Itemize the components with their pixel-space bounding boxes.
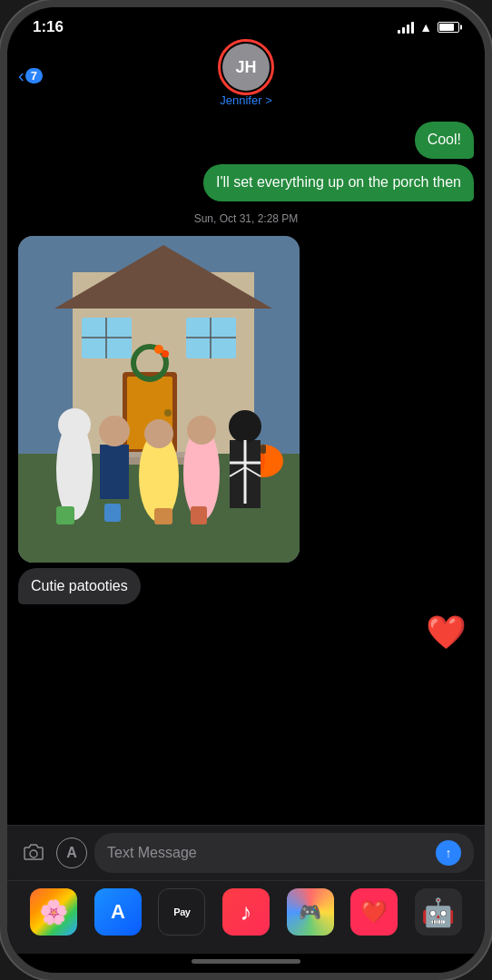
- appstore-icon: A: [111, 900, 125, 924]
- home-indicator: [7, 954, 485, 973]
- apps-icon: A: [66, 845, 77, 861]
- message-timestamp: Sun, Oct 31, 2:28 PM: [18, 212, 474, 225]
- svg-point-15: [162, 350, 169, 358]
- dock-icon-heart[interactable]: ❤️: [350, 888, 398, 936]
- status-icons: ▲: [398, 20, 459, 34]
- text-message-input[interactable]: Text Message: [107, 845, 197, 861]
- halloween-photo: [18, 236, 300, 563]
- message-header: ‹ 7 JH Jennifer >: [7, 40, 485, 114]
- photos-icon: 🌸: [39, 898, 68, 926]
- gamecenter-icon: 🎮: [299, 901, 321, 923]
- svg-rect-35: [56, 506, 74, 524]
- dock-icon-gamecenter[interactable]: 🎮: [287, 888, 334, 936]
- dock-icon-memoji[interactable]: 🤖: [415, 888, 462, 936]
- notch: [182, 7, 310, 33]
- applepay-icon: Pay: [173, 906, 190, 917]
- svg-point-22: [58, 408, 91, 441]
- back-badge[interactable]: 7: [25, 68, 43, 83]
- heart-app-icon: ❤️: [360, 899, 388, 925]
- avatar-wrapper: JH: [222, 44, 270, 91]
- svg-rect-36: [104, 504, 121, 522]
- signal-icon: [398, 21, 414, 34]
- home-bar: [192, 959, 300, 964]
- svg-point-24: [99, 416, 130, 446]
- text-input-container[interactable]: Text Message ↑: [94, 833, 474, 873]
- heart-reaction: ❤️: [426, 613, 467, 652]
- image-message[interactable]: [18, 236, 300, 563]
- send-arrow-icon: ↑: [446, 846, 452, 860]
- svg-point-6: [164, 409, 172, 416]
- back-chevron-icon: ‹: [18, 65, 25, 86]
- battery-icon: [438, 22, 459, 33]
- memoji-icon: 🤖: [421, 897, 455, 928]
- svg-point-28: [187, 416, 216, 445]
- svg-rect-38: [191, 506, 207, 524]
- music-icon: ♪: [240, 898, 251, 926]
- svg-rect-37: [154, 508, 172, 524]
- message-bubble-cutie: Cutie patooties: [18, 568, 141, 605]
- wifi-icon: ▲: [419, 20, 432, 34]
- messages-area[interactable]: Cool! I'll set everything up on the porc…: [7, 114, 485, 825]
- contact-info[interactable]: JH Jennifer >: [220, 44, 271, 107]
- svg-rect-23: [100, 445, 129, 499]
- input-area: A Text Message ↑: [7, 825, 485, 880]
- apps-button[interactable]: A: [56, 838, 87, 868]
- camera-button[interactable]: [18, 838, 49, 868]
- message-bubble-cool: Cool!: [415, 122, 474, 159]
- svg-point-30: [229, 410, 261, 443]
- phone-frame: 1:16 ▲ ‹ 7: [0, 0, 492, 980]
- dock-icon-music[interactable]: ♪: [222, 888, 270, 936]
- dock-icon-appstore[interactable]: A: [94, 888, 142, 936]
- camera-icon: [23, 842, 44, 864]
- avatar-ring: [218, 39, 274, 95]
- svg-point-26: [144, 419, 173, 448]
- svg-point-39: [30, 850, 37, 858]
- dock: 🌸 A Pay ♪ 🎮 ❤️ 🤖: [7, 880, 485, 954]
- back-button[interactable]: ‹ 7: [18, 65, 43, 86]
- dock-icon-applepay[interactable]: Pay: [158, 888, 205, 936]
- message-bubble-porch: I'll set everything up on the porch then: [203, 164, 474, 201]
- halloween-scene-svg: [18, 236, 300, 563]
- status-time: 1:16: [33, 18, 64, 36]
- phone-screen: 1:16 ▲ ‹ 7: [7, 7, 485, 973]
- svg-rect-20: [261, 445, 266, 454]
- send-button[interactable]: ↑: [436, 840, 461, 866]
- dock-icon-photos[interactable]: 🌸: [30, 888, 77, 936]
- contact-name[interactable]: Jennifer >: [220, 93, 271, 107]
